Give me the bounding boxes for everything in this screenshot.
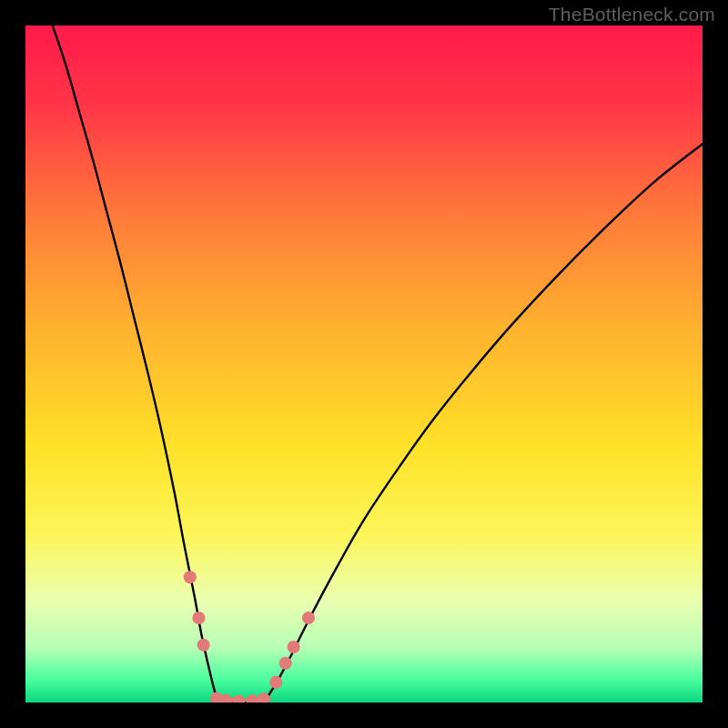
chart-svg bbox=[25, 25, 703, 703]
trough-marker bbox=[192, 612, 205, 624]
watermark-text: TheBottleneck.com bbox=[549, 4, 715, 25]
trough-marker bbox=[302, 612, 315, 624]
trough-marker bbox=[184, 571, 197, 583]
gradient-bg bbox=[25, 25, 703, 703]
trough-marker bbox=[288, 641, 300, 653]
plot-area bbox=[25, 25, 703, 703]
chart-frame: TheBottleneck.com bbox=[0, 0, 728, 728]
trough-marker bbox=[279, 657, 292, 670]
trough-marker bbox=[269, 676, 282, 689]
trough-marker bbox=[197, 639, 210, 652]
